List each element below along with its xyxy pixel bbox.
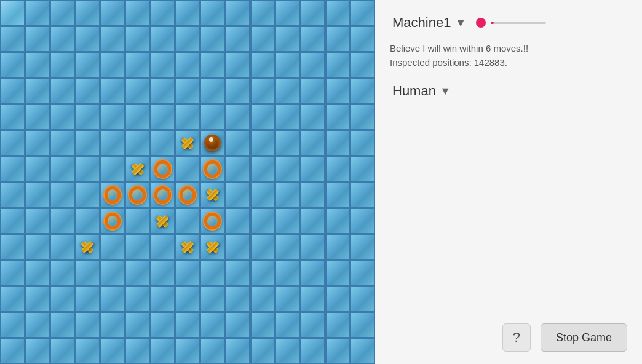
cell[interactable] — [275, 78, 300, 104]
cell[interactable] — [275, 156, 300, 182]
cell[interactable] — [75, 52, 100, 78]
cell[interactable] — [325, 52, 351, 78]
cell[interactable] — [300, 78, 325, 104]
cell[interactable] — [225, 182, 250, 208]
cell[interactable] — [75, 182, 100, 208]
cell[interactable] — [275, 312, 300, 338]
cell[interactable] — [250, 130, 275, 156]
cell[interactable] — [200, 260, 225, 286]
cell[interactable] — [50, 130, 75, 156]
cell[interactable] — [125, 338, 150, 364]
cell[interactable] — [275, 104, 300, 130]
cell[interactable] — [350, 130, 375, 156]
cell[interactable] — [250, 260, 275, 286]
cell[interactable] — [175, 182, 200, 208]
cell[interactable] — [175, 234, 200, 260]
cell[interactable] — [25, 182, 50, 208]
cell[interactable] — [0, 208, 25, 234]
speed-slider-container[interactable] — [476, 18, 546, 28]
cell[interactable] — [50, 104, 75, 130]
cell[interactable] — [50, 52, 75, 78]
cell[interactable] — [300, 26, 325, 52]
cell[interactable] — [225, 52, 250, 78]
cell[interactable] — [100, 286, 125, 312]
cell[interactable] — [325, 26, 351, 52]
cell[interactable] — [50, 338, 75, 364]
cell[interactable] — [125, 234, 150, 260]
cell[interactable] — [250, 0, 275, 26]
cell[interactable] — [275, 0, 300, 26]
cell[interactable] — [225, 78, 250, 104]
cell[interactable] — [100, 104, 125, 130]
cell[interactable] — [175, 286, 200, 312]
cell[interactable] — [225, 312, 250, 338]
cell[interactable] — [150, 312, 175, 338]
cell[interactable] — [150, 208, 175, 234]
cell[interactable] — [275, 234, 300, 260]
cell[interactable] — [150, 130, 175, 156]
cell[interactable] — [0, 338, 25, 364]
cell[interactable] — [25, 208, 50, 234]
cell[interactable] — [225, 156, 250, 182]
cell[interactable] — [225, 234, 250, 260]
cell[interactable] — [325, 104, 351, 130]
cell[interactable] — [50, 312, 75, 338]
cell[interactable] — [275, 182, 300, 208]
cell[interactable] — [50, 0, 75, 26]
cell[interactable] — [150, 338, 175, 364]
cell[interactable] — [50, 26, 75, 52]
cell[interactable] — [25, 130, 50, 156]
cell[interactable] — [175, 156, 200, 182]
cell[interactable] — [75, 286, 100, 312]
cell[interactable] — [200, 312, 225, 338]
cell[interactable] — [250, 312, 275, 338]
cell[interactable] — [75, 104, 100, 130]
cell[interactable] — [0, 182, 25, 208]
cell[interactable] — [25, 156, 50, 182]
cell[interactable] — [175, 26, 200, 52]
game-board[interactable] — [0, 0, 375, 364]
cell[interactable] — [350, 182, 375, 208]
cell[interactable] — [175, 338, 200, 364]
cell[interactable] — [200, 208, 225, 234]
cell[interactable] — [25, 104, 50, 130]
cell[interactable] — [150, 260, 175, 286]
cell[interactable] — [325, 234, 351, 260]
stop-game-button[interactable]: Stop Game — [541, 323, 627, 352]
cell[interactable] — [175, 78, 200, 104]
cell[interactable] — [275, 52, 300, 78]
cell[interactable] — [350, 78, 375, 104]
cell[interactable] — [175, 0, 200, 26]
cell[interactable] — [250, 156, 275, 182]
cell[interactable] — [75, 0, 100, 26]
cell[interactable] — [0, 312, 25, 338]
cell[interactable] — [25, 338, 50, 364]
cell[interactable] — [325, 156, 351, 182]
cell[interactable] — [25, 260, 50, 286]
cell[interactable] — [250, 104, 275, 130]
cell[interactable] — [325, 286, 351, 312]
cell[interactable] — [275, 26, 300, 52]
cell[interactable] — [0, 234, 25, 260]
cell[interactable] — [75, 156, 100, 182]
cell[interactable] — [75, 234, 100, 260]
cell[interactable] — [225, 0, 250, 26]
cell[interactable] — [125, 312, 150, 338]
cell[interactable] — [250, 182, 275, 208]
cell[interactable] — [0, 260, 25, 286]
cell[interactable] — [100, 312, 125, 338]
cell[interactable] — [325, 338, 351, 364]
cell[interactable] — [250, 78, 275, 104]
cell[interactable] — [50, 156, 75, 182]
cell[interactable] — [150, 156, 175, 182]
cell[interactable] — [100, 0, 125, 26]
cell[interactable] — [225, 130, 250, 156]
cell[interactable] — [350, 338, 375, 364]
cell[interactable] — [75, 130, 100, 156]
cell[interactable] — [75, 78, 100, 104]
cell[interactable] — [200, 26, 225, 52]
cell[interactable] — [0, 78, 25, 104]
cell[interactable] — [100, 78, 125, 104]
cell[interactable] — [125, 182, 150, 208]
cell[interactable] — [50, 182, 75, 208]
